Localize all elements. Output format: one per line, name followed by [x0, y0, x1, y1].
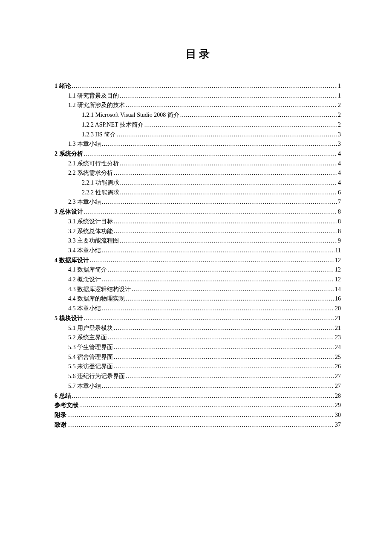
toc-entry-page: 6 — [338, 188, 341, 198]
toc-leader-dots — [144, 120, 337, 130]
toc-entry: 2.1 系统可行性分析4 — [55, 159, 341, 169]
toc-entry-page: 16 — [335, 294, 341, 304]
toc-entry: 参考文献29 — [55, 401, 341, 410]
toc-entry-page: 2 — [338, 101, 341, 110]
toc-entry-page: 26 — [335, 362, 341, 372]
toc-entry-label: 3.2 系统总体功能 — [68, 227, 113, 237]
toc-entry: 致谢37 — [55, 420, 341, 430]
toc-leader-dots — [84, 149, 337, 159]
toc-leader-dots — [126, 372, 334, 382]
toc-entry: 5 模块设计21 — [55, 314, 341, 324]
toc-entry-page: 12 — [335, 265, 341, 275]
toc-entry: 1.2.3 IIS 简介3 — [55, 130, 341, 140]
toc-entry-page: 3 — [338, 139, 341, 149]
toc-entry-label: 5.7 本章小结 — [68, 382, 101, 391]
toc-entry-page: 4 — [338, 168, 341, 178]
toc-entry-label: 5.2 系统主界面 — [68, 333, 107, 343]
toc-entry: 1 绪论1 — [55, 81, 341, 91]
toc-entry-page: 11 — [335, 246, 341, 256]
toc-leader-dots — [108, 265, 334, 275]
toc-entry-page: 23 — [335, 333, 341, 343]
toc-entry-label: 5.4 宿舍管理界面 — [68, 353, 113, 362]
toc-entry: 3.1 系统设计目标8 — [55, 217, 341, 227]
toc-leader-dots — [114, 227, 337, 237]
toc-entry-label: 3.3 主要功能流程图 — [68, 236, 119, 246]
toc-entry: 3.3 主要功能流程图9 — [55, 236, 341, 246]
toc-entry-label: 2.2.2 性能需求 — [82, 188, 119, 198]
toc-entry: 6 总结28 — [55, 391, 341, 401]
toc-entry-label: 致谢 — [55, 420, 66, 430]
toc-entry-label: 1.2.1 Microsoft Visual Studio 2008 简介 — [82, 110, 179, 120]
toc-leader-dots — [120, 236, 337, 246]
toc-leader-dots — [90, 256, 334, 266]
toc-leader-dots — [114, 343, 334, 353]
toc-entry: 4.1 数据库简介12 — [55, 265, 341, 275]
toc-entry: 1.3 本章小结3 — [55, 139, 341, 149]
toc-entry-label: 1.3 本章小结 — [68, 139, 101, 149]
toc-entry: 2.2.2 性能需求6 — [55, 188, 341, 198]
toc-entry-page: 30 — [335, 410, 341, 420]
toc-leader-dots — [120, 91, 337, 101]
toc-entry-label: 5.1 用户登录模块 — [68, 324, 113, 333]
toc-leader-dots — [114, 353, 334, 362]
toc-entry-label: 5 模块设计 — [55, 314, 83, 324]
toc-leader-dots — [114, 168, 337, 178]
toc-entry-page: 4 — [338, 149, 341, 159]
toc-entry-page: 7 — [338, 197, 341, 207]
toc-leader-dots — [126, 294, 334, 304]
toc-leader-dots — [102, 382, 334, 391]
toc-entry-page: 3 — [338, 130, 341, 140]
toc-entry-page: 14 — [335, 285, 341, 295]
toc-entry-label: 4 数据库设计 — [55, 256, 89, 266]
toc-entry: 3.4 本章小结11 — [55, 246, 341, 256]
toc-entry-label: 4.4 数据库的物理实现 — [68, 294, 125, 304]
toc-entry-page: 29 — [335, 401, 341, 410]
toc-entry-page: 8 — [338, 227, 341, 237]
toc-leader-dots — [120, 159, 337, 169]
toc-leader-dots — [67, 410, 334, 420]
toc-leader-dots — [114, 362, 334, 372]
toc-entry: 2.2.1 功能需求4 — [55, 178, 341, 188]
toc-entry: 1.2.2 ASP.NET 技术简介2 — [55, 120, 341, 130]
toc-entry-page: 8 — [338, 217, 341, 227]
toc-leader-dots — [84, 314, 334, 324]
toc-entry: 4.5 本章小结20 — [55, 304, 341, 314]
toc-entry-page: 12 — [335, 275, 341, 285]
toc-entry: 5.2 系统主界面23 — [55, 333, 341, 343]
toc-entry-page: 4 — [338, 178, 341, 188]
toc-entry-page: 37 — [335, 420, 341, 430]
toc-leader-dots — [132, 285, 334, 295]
toc-entry-label: 2.2 系统需求分析 — [68, 168, 113, 178]
toc-entry-page: 25 — [335, 353, 341, 362]
toc-leader-dots — [72, 81, 337, 91]
toc-entry-label: 4.1 数据库简介 — [68, 265, 107, 275]
toc-entry: 2.3 本章小结7 — [55, 197, 341, 207]
toc-leader-dots — [67, 420, 334, 430]
toc-leader-dots — [120, 188, 337, 198]
toc-entry-label: 1.2.3 IIS 简介 — [82, 130, 116, 140]
toc-entry: 3.2 系统总体功能8 — [55, 227, 341, 237]
toc-entry: 5.5 来访登记界面26 — [55, 362, 341, 372]
toc-entry: 1.2 研究所涉及的技术2 — [55, 101, 341, 110]
toc-entry-page: 20 — [335, 304, 341, 314]
toc-entry-label: 6 总结 — [55, 391, 71, 401]
toc-entry-label: 3.4 本章小结 — [68, 246, 101, 256]
toc-entry-label: 3 总体设计 — [55, 207, 83, 217]
toc-entry: 5.4 宿舍管理界面25 — [55, 353, 341, 362]
toc-entry-label: 参考文献 — [55, 401, 78, 410]
toc-entry-page: 21 — [335, 314, 341, 324]
toc-leader-dots — [102, 275, 334, 285]
toc-entry-page: 1 — [338, 81, 341, 91]
toc-entry: 4.2 概念设计12 — [55, 275, 341, 285]
toc-entry: 附录30 — [55, 410, 341, 420]
toc-leader-dots — [102, 139, 337, 149]
toc-entry-page: 27 — [335, 382, 341, 391]
toc-entry: 5.1 用户登录模块21 — [55, 324, 341, 333]
toc-leader-dots — [79, 401, 334, 410]
toc-leader-dots — [72, 391, 334, 401]
toc-entry-label: 2 系统分析 — [55, 149, 83, 159]
toc-entry-label: 2.1 系统可行性分析 — [68, 159, 119, 169]
toc-leader-dots — [126, 101, 337, 110]
toc-leader-dots — [108, 333, 334, 343]
toc-entry-page: 24 — [335, 343, 341, 353]
